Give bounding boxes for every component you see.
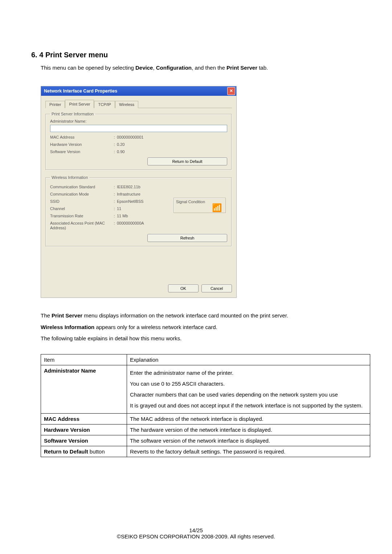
row-item-bold: Return to Default: [44, 448, 88, 455]
row-explanation: Reverts to the factory default settings.…: [127, 446, 370, 457]
signal-condition-box: Signal Condition 📶: [173, 198, 226, 213]
p2-bold: Wireless Information: [41, 324, 94, 330]
row-item-bold: Software Version: [44, 438, 88, 444]
expl-line: Character numbers that can be used varie…: [130, 391, 338, 398]
associated-ap-label: Associated Access Point (MAC Address): [50, 221, 112, 230]
explanation-table: Item Explanation Administrator Name Ente…: [41, 354, 370, 457]
dialog-titlebar: Network Interface Card Properties ×: [41, 86, 236, 96]
print-server-info-legend: Print Server Information: [50, 112, 95, 116]
intro-text: This menu can be opened by selecting: [41, 65, 135, 71]
row-item: Administrator Name: [41, 365, 127, 413]
mac-address-value: 000000000001: [117, 135, 227, 139]
hardware-version-label: Hardware Version: [50, 142, 112, 147]
properties-dialog: Network Interface Card Properties × Prin…: [41, 86, 237, 298]
channel-label: Channel: [50, 206, 112, 211]
kv-colon: :: [112, 214, 117, 218]
row-explanation: The MAC address of the network interface…: [127, 413, 370, 424]
description-block: The Print Server menu displays informati…: [41, 311, 370, 343]
comm-mode-label: Communication Mode: [50, 192, 112, 196]
table-row: MAC Address The MAC address of the netwo…: [41, 413, 370, 424]
description-p2: Wireless Information appears only for a …: [41, 323, 370, 332]
table-row: Administrator Name Enter the administrat…: [41, 365, 370, 413]
ssid-label: SSID: [50, 199, 112, 204]
intro-sep1: ,: [153, 65, 156, 71]
p1-c: menu displays information on the network…: [82, 312, 288, 319]
row-explanation: Enter the administrator name of the prin…: [127, 365, 370, 413]
row-explanation: The software version of the network inte…: [127, 435, 370, 446]
row-item-bold: Hardware Version: [44, 427, 90, 433]
row-item: MAC Address: [41, 413, 127, 424]
table-row: Return to Default button Reverts to the …: [41, 446, 370, 457]
transmission-rate-label: Transmission Rate: [50, 214, 112, 218]
intro-bold-device: Device: [135, 65, 153, 71]
description-p1: The Print Server menu displays informati…: [41, 311, 370, 320]
intro-paragraph: This menu can be opened by selecting Dev…: [41, 65, 370, 71]
return-to-default-button[interactable]: Return to Default: [147, 157, 227, 165]
row-item-bold: MAC Address: [44, 416, 79, 422]
refresh-button[interactable]: Refresh: [147, 234, 227, 242]
close-icon[interactable]: ×: [227, 87, 235, 95]
intro-suffix: tab.: [257, 65, 268, 71]
kv-colon: :: [112, 206, 117, 211]
row-item: Software Version: [41, 435, 127, 446]
signal-strength-icon: 📶: [212, 204, 222, 212]
row-item: Return to Default button: [41, 446, 127, 457]
software-version-value: 0.90: [117, 149, 227, 154]
expl-line: It is grayed out and does not accept inp…: [130, 402, 363, 409]
kv-colon: :: [112, 199, 117, 204]
section-heading: 6. 4 Print Server menu: [31, 51, 370, 59]
wireless-info-legend: Wireless Information: [50, 175, 89, 180]
hardware-version-value: 0.20: [117, 142, 227, 147]
comm-standard-label: Communication Standard: [50, 185, 112, 189]
comm-mode-value: Infrastructure: [117, 192, 227, 196]
page-footer: 14/25 ©SEIKO EPSON CORPORATION 2008-2009…: [0, 527, 392, 539]
kv-colon: :: [112, 221, 117, 225]
wireless-info-group: Wireless Information Communication Stand…: [45, 175, 232, 247]
mac-address-label: MAC Address: [50, 135, 112, 139]
table-row: Software Version The software version of…: [41, 435, 370, 446]
p1-bold: Print Server: [52, 312, 82, 319]
p2-rest: appears only for a wireless network inte…: [94, 324, 217, 330]
header-item: Item: [41, 354, 127, 365]
intro-mid: , and then the: [192, 65, 226, 71]
intro-bold-config: Configuration: [156, 65, 192, 71]
kv-colon: :: [112, 192, 117, 196]
row-item-rest: button: [88, 448, 105, 455]
software-version-label: Software Version: [50, 149, 112, 154]
kv-colon: :: [112, 142, 117, 147]
row-item: Hardware Version: [41, 424, 127, 435]
cancel-button[interactable]: Cancel: [201, 284, 232, 292]
kv-colon: :: [112, 149, 117, 154]
expl-line: Enter the administrator name of the prin…: [130, 370, 233, 376]
tab-printer[interactable]: Printer: [45, 101, 65, 108]
row-item-bold: Administrator Name: [44, 368, 96, 374]
intro-bold-printserver: Print Server: [226, 65, 257, 71]
print-server-info-group: Print Server Information Administrator N…: [45, 112, 232, 170]
associated-ap-value: 00000000000A: [117, 221, 227, 225]
kv-colon: :: [112, 185, 117, 189]
transmission-rate-value: 11 Mb: [117, 214, 227, 218]
admin-name-label: Administrator Name:: [50, 119, 227, 123]
ok-button[interactable]: OK: [168, 284, 199, 292]
dialog-title: Network Interface Card Properties: [44, 89, 117, 94]
table-row: Hardware Version The hardware version of…: [41, 424, 370, 435]
header-explanation: Explanation: [127, 354, 370, 365]
tab-print-server[interactable]: Print Server: [65, 100, 94, 108]
description-p3: The following table explains in detail h…: [41, 334, 370, 343]
table-header-row: Item Explanation: [41, 354, 370, 365]
copyright: ©SEIKO EPSON CORPORATION 2008-2009. All …: [0, 533, 392, 539]
expl-line: You can use 0 to 255 ASCII characters.: [130, 381, 225, 387]
tab-tcpip[interactable]: TCP/IP: [94, 101, 115, 108]
row-explanation: The hardware version of the network inte…: [127, 424, 370, 435]
tab-wireless[interactable]: Wireless: [115, 101, 138, 108]
admin-name-input[interactable]: [50, 125, 227, 132]
comm-standard-value: IEEE802.11b: [117, 185, 227, 189]
page-number: 14/25: [0, 527, 392, 533]
kv-colon: :: [112, 135, 117, 139]
tab-bar: Printer Print Server TCP/IP Wireless: [45, 99, 232, 108]
p1-a: The: [41, 312, 52, 319]
